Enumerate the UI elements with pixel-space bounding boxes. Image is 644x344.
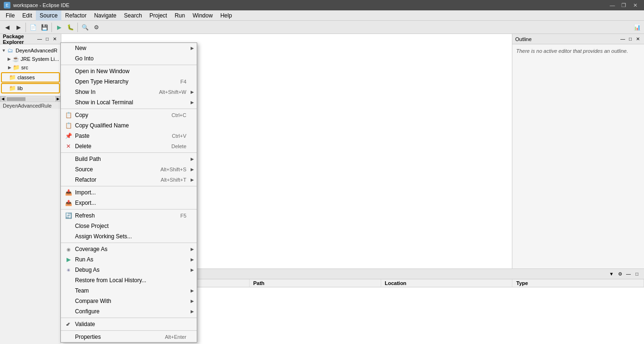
outline-panel: Outline — □ ✕ There is no active editor … [512,34,644,268]
toolbar-search[interactable]: 🔍 [80,22,90,33]
ctx-go-into[interactable]: Go Into [61,53,197,64]
menu-edit[interactable]: Edit [18,10,36,21]
ctx-copy[interactable]: 📋 Copy Ctrl+C [61,110,197,120]
outline-minimize-btn[interactable]: — [619,36,626,42]
ctx-show-in[interactable]: Show In Alt+Shift+W [61,87,197,97]
project-tree: ▼ 🗂 DeyелAdvancedR ▶ ☕ JRE System Li... … [0,44,61,96]
tree-item-project[interactable]: ▼ 🗂 DeyелAdvancedR [0,46,61,55]
status-project-label: DeyелAdvancedRule [3,103,51,109]
ctx-export[interactable]: 📤 Export... [61,198,197,208]
tree-lib-label: lib [17,85,23,91]
ctx-new[interactable]: New [61,43,197,53]
panel-close-btn[interactable]: ✕ [51,36,58,42]
ctx-refresh[interactable]: 🔄 Refresh F5 [61,210,197,221]
app-icon: E [4,2,10,8]
validate-check-icon: ✓ [65,320,72,328]
ctx-build-path[interactable]: Build Path [61,154,197,164]
toolbar-run[interactable]: ▶ [54,22,64,33]
expand-src-icon: ▶ [7,65,12,70]
ctx-coverage-as[interactable]: ◉ Coverage As [61,244,197,254]
toolbar-perspective[interactable]: 📊 [632,22,642,33]
ctx-open-new-window[interactable]: Open in New Window [61,66,197,76]
close-button[interactable]: ✕ [630,0,640,10]
menu-run[interactable]: Run [171,10,189,21]
ctx-properties[interactable]: Properties Alt+Enter [61,332,197,342]
ctx-sep2 [61,109,197,109]
panel-minimize-btn[interactable]: — [36,36,43,42]
menu-file[interactable]: File [2,10,18,21]
ctx-source-label: Source [75,166,93,173]
outline-header: Outline — □ ✕ [512,34,644,44]
ctx-team[interactable]: Team [61,285,197,296]
ctx-new-label: New [75,45,86,51]
ctx-delete-shortcut: Delete [171,143,193,149]
toolbar-sep2 [51,23,52,32]
ctx-copy-qualified-label: Copy Qualified Name [75,122,129,129]
ctx-build-path-label: Build Path [75,156,101,162]
ctx-debug-as[interactable]: ✳ Debug As [61,265,197,275]
copy-icon: 📋 [65,111,72,119]
ctx-refactor-shortcut: Alt+Shift+T [161,177,193,183]
outline-message: There is no active editor that provides … [512,44,644,58]
ctx-restore-history[interactable]: Restore from Local History... [61,275,197,285]
horizontal-scroll[interactable]: ◀ ▶ [0,96,61,101]
ctx-show-in-label: Show In [75,89,95,95]
toolbar-forward[interactable]: ▶ [13,22,24,33]
ctx-open-type-hierarchy-shortcut: F4 [180,79,193,84]
ctx-sep6 [61,243,197,243]
outline-maximize-btn[interactable]: □ [627,36,634,42]
tree-src-label: src [21,65,28,70]
ctx-close-project-label: Close Project [75,223,109,229]
scroll-left-btn[interactable]: ◀ [0,96,6,102]
minimize-button[interactable]: — [607,0,618,10]
ctx-run-as[interactable]: ▶ Run As [61,254,197,265]
bottom-maximize-btn[interactable]: □ [634,271,640,277]
tree-item-src[interactable]: ▶ 📁 src [0,63,61,72]
panel-maximize-btn[interactable]: □ [44,36,50,42]
toolbar-new[interactable]: 📄 [28,22,38,33]
ctx-paste[interactable]: 📌 Paste Ctrl+V [61,131,197,141]
ctx-show-local-terminal[interactable]: Show in Local Terminal [61,97,197,108]
ctx-assign-working-sets[interactable]: Assign Working Sets... [61,231,197,242]
toolbar-save[interactable]: 💾 [39,22,50,33]
bottom-filter-btn[interactable]: ▼ [608,271,615,277]
outline-title: Outline [515,36,532,42]
ctx-configure-label: Configure [75,308,100,315]
ctx-show-in-shortcut: Alt+Shift+W [159,89,193,95]
ctx-import[interactable]: 📥 Import... [61,187,197,198]
ctx-sep7 [61,318,197,318]
menu-window[interactable]: Window [189,10,217,21]
package-explorer-panel: Package Explorer — □ ✕ ▼ 🗂 DeyелAdvanced… [0,34,61,101]
outline-close-btn[interactable]: ✕ [635,36,641,42]
tree-item-lib[interactable]: 📁 lib [1,83,60,93]
ctx-compare-with-label: Compare With [75,298,111,304]
ctx-delete[interactable]: ✕ Delete Delete [61,141,197,151]
maximize-button[interactable]: ❐ [619,0,629,10]
ctx-validate[interactable]: ✓ Validate [61,319,197,329]
toolbar-debug[interactable]: 🐛 [65,22,75,33]
menu-refactor[interactable]: Refactor [61,10,90,21]
menu-source[interactable]: Source [36,10,61,21]
toolbar-settings[interactable]: ⚙ [91,22,101,33]
ctx-configure[interactable]: Configure [61,306,197,317]
scroll-track [7,97,54,101]
ctx-copy-qualified[interactable]: 📋 Copy Qualified Name [61,120,197,131]
ctx-refresh-label: Refresh [75,212,95,219]
classes-folder-icon: 📁 [8,74,16,81]
bottom-minimize-btn[interactable]: — [625,271,632,277]
menu-project[interactable]: Project [146,10,171,21]
ctx-refactor[interactable]: Refactor Alt+Shift+T [61,175,197,185]
tree-item-jre[interactable]: ▶ ☕ JRE System Li... [0,55,61,63]
ctx-open-type-hierarchy[interactable]: Open Type Hierarchy F4 [61,76,197,87]
ctx-import-label: Import... [75,189,96,196]
ctx-source[interactable]: Source Alt+Shift+S [61,164,197,175]
export-icon: 📤 [65,199,72,207]
menu-search[interactable]: Search [120,10,146,21]
tree-item-classes[interactable]: 📁 classes [1,72,60,83]
ctx-compare-with[interactable]: Compare With [61,296,197,306]
toolbar-back[interactable]: ◀ [2,22,12,33]
menu-help[interactable]: Help [217,10,236,21]
bottom-settings-btn[interactable]: ⚙ [617,271,623,277]
menu-navigate[interactable]: Navigate [90,10,120,21]
ctx-close-project[interactable]: Close Project [61,221,197,231]
